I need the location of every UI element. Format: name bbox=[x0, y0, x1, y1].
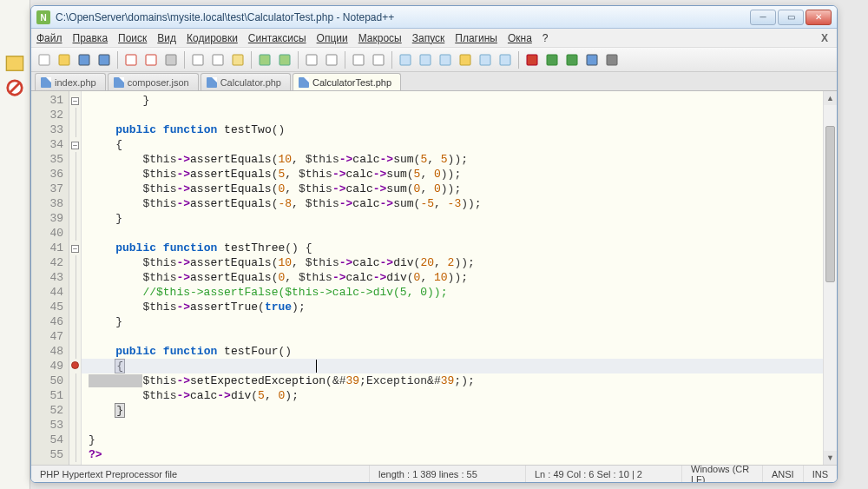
scroll-thumb[interactable] bbox=[825, 126, 835, 282]
code-line[interactable]: $this->assertEquals(0, $this->calc->div(… bbox=[89, 270, 823, 285]
code-line[interactable]: { bbox=[89, 359, 823, 373]
toolbar-stop-button[interactable] bbox=[602, 50, 621, 69]
svg-rect-9 bbox=[126, 55, 136, 65]
svg-rect-12 bbox=[193, 55, 203, 65]
menu-run[interactable]: Запуск bbox=[412, 32, 445, 44]
toolbar-open-button[interactable] bbox=[55, 50, 74, 69]
toolbar-map-button[interactable] bbox=[496, 50, 515, 69]
status-language: PHP Hypertext Preprocessor file bbox=[31, 466, 370, 482]
app-window: N C:\OpenServer\domains\mysite.local\tes… bbox=[30, 5, 838, 483]
toolbar-rec-button[interactable] bbox=[523, 50, 542, 69]
toolbar-closeall-button[interactable] bbox=[141, 50, 161, 69]
code-line[interactable] bbox=[89, 108, 823, 122]
toolbar-saverec-button[interactable] bbox=[582, 50, 602, 69]
folder-icon bbox=[458, 53, 472, 67]
code-line[interactable]: $this->assertEquals(10, $this->calc->sum… bbox=[89, 152, 823, 167]
toolbar-new-button[interactable] bbox=[35, 50, 54, 69]
window-title: C:\OpenServer\domains\mysite.local\test\… bbox=[56, 11, 750, 23]
code-line[interactable]: $this->assertTrue(true); bbox=[89, 300, 823, 314]
code-line[interactable]: } bbox=[89, 93, 823, 108]
fold-marker-icon[interactable] bbox=[71, 361, 79, 369]
code-line[interactable] bbox=[89, 226, 823, 241]
code-line[interactable]: ?> bbox=[89, 447, 823, 462]
code-line[interactable]: $this->assertEquals(10, $this->calc->div… bbox=[89, 255, 823, 270]
code-line[interactable]: } bbox=[89, 433, 823, 447]
menu-syntax[interactable]: Синтаксисы bbox=[248, 32, 306, 44]
code-line[interactable]: public function testTwo() bbox=[89, 122, 823, 137]
redo-icon bbox=[278, 53, 292, 67]
menu-plugins[interactable]: Плагины bbox=[455, 32, 497, 44]
tab-Calculator-php[interactable]: Calculator.php bbox=[201, 73, 291, 90]
code-line[interactable]: $this->assertEquals(-8, $this->calc->sum… bbox=[89, 196, 823, 211]
toolbar-indent-button[interactable] bbox=[436, 50, 455, 69]
code-line[interactable]: $this->assertEquals(0, $this->calc->sum(… bbox=[89, 182, 823, 196]
toolbar-cut-button[interactable] bbox=[188, 50, 207, 69]
scroll-up-button[interactable]: ▲ bbox=[824, 91, 837, 105]
paste-icon bbox=[231, 53, 245, 67]
close-doc-button[interactable]: X bbox=[818, 32, 832, 44]
menu-file[interactable]: Файл bbox=[36, 32, 62, 44]
code-line[interactable]: public function testThree() { bbox=[89, 241, 823, 255]
toolbar-replace-button[interactable] bbox=[322, 50, 341, 69]
menu-edit[interactable]: Правка bbox=[73, 32, 108, 44]
code-line[interactable]: } bbox=[89, 403, 823, 418]
print-icon bbox=[164, 53, 178, 67]
code-line[interactable]: public function testFour() bbox=[89, 344, 823, 359]
tab-CalculatorTest-php[interactable]: CalculatorTest.php bbox=[293, 73, 401, 90]
toolbar-print-button[interactable] bbox=[161, 50, 181, 69]
titlebar[interactable]: N C:\OpenServer\domains\mysite.local\tes… bbox=[31, 6, 837, 29]
code-area[interactable]: } public function testTwo() { $this->ass… bbox=[82, 91, 823, 465]
svg-rect-23 bbox=[440, 55, 450, 65]
line-number: 39 bbox=[33, 211, 63, 226]
maximize-button[interactable]: ▭ bbox=[778, 10, 804, 25]
toolbar-func-button[interactable] bbox=[476, 50, 495, 69]
scroll-down-button[interactable]: ▼ bbox=[824, 451, 837, 465]
toolbar-zoomout-button[interactable] bbox=[369, 50, 388, 69]
toolbar-close-button[interactable] bbox=[122, 50, 141, 69]
menu-windows[interactable]: Окна bbox=[508, 32, 532, 44]
code-line[interactable]: } bbox=[89, 211, 823, 226]
toolbar-copy-button[interactable] bbox=[208, 50, 227, 69]
fold-toggle[interactable]: − bbox=[71, 97, 79, 105]
svg-rect-25 bbox=[480, 55, 490, 65]
line-number: 55 bbox=[33, 447, 63, 462]
toolbar-play-button[interactable] bbox=[542, 50, 562, 69]
vertical-scrollbar[interactable]: ▲ ▼ bbox=[823, 91, 837, 465]
fold-column[interactable]: −−− bbox=[69, 91, 82, 465]
toolbar-zoomin-button[interactable] bbox=[349, 50, 368, 69]
toolbar-folder-button[interactable] bbox=[456, 50, 475, 69]
toolbar-redo-button[interactable] bbox=[275, 50, 294, 69]
menu-search[interactable]: Поиск bbox=[118, 32, 147, 44]
menu-options[interactable]: Опции bbox=[317, 32, 348, 44]
code-line[interactable]: $this->setExpectedException(&#39;Excepti… bbox=[89, 373, 823, 388]
code-line[interactable]: $this->calc->div(5, 0); bbox=[89, 388, 823, 403]
code-line[interactable] bbox=[89, 418, 823, 433]
menu-view[interactable]: Вид bbox=[157, 32, 176, 44]
tab-composer-json[interactable]: composer.json bbox=[108, 73, 199, 90]
fold-toggle[interactable]: − bbox=[71, 142, 79, 149]
toolbar-wrap-button[interactable] bbox=[396, 50, 415, 69]
code-line[interactable]: { bbox=[89, 137, 823, 152]
toolbar-playm-button[interactable] bbox=[562, 50, 582, 69]
toolbar-find-button[interactable] bbox=[302, 50, 321, 69]
editor: 3132333435363738394041424344454647484950… bbox=[31, 91, 837, 465]
code-line[interactable]: $this->assertEquals(5, $this->calc->sum(… bbox=[89, 167, 823, 182]
toolbar-save-button[interactable] bbox=[75, 50, 94, 69]
toolbar-paste-button[interactable] bbox=[228, 50, 247, 69]
close-button[interactable]: ✕ bbox=[806, 10, 832, 25]
code-line[interactable]: //$this->assertFalse($this->calc->div(5,… bbox=[89, 285, 823, 300]
toolbar-undo-button[interactable] bbox=[255, 50, 274, 69]
toolbar-allchars-button[interactable] bbox=[416, 50, 435, 69]
svg-rect-0 bbox=[6, 56, 23, 71]
menu-help[interactable]: ? bbox=[542, 32, 549, 44]
menu-encoding[interactable]: Кодировки bbox=[187, 32, 238, 44]
saverec-icon bbox=[585, 53, 599, 67]
menu-macro[interactable]: Макросы bbox=[358, 32, 402, 44]
toolbar-saveall-button[interactable] bbox=[95, 50, 114, 69]
tab-index-php[interactable]: index.php bbox=[35, 73, 106, 90]
fold-toggle[interactable]: − bbox=[71, 245, 79, 253]
code-line[interactable]: } bbox=[89, 314, 823, 329]
minimize-button[interactable]: ─ bbox=[750, 10, 776, 25]
line-number: 41 bbox=[33, 241, 63, 255]
code-line[interactable] bbox=[89, 329, 823, 344]
